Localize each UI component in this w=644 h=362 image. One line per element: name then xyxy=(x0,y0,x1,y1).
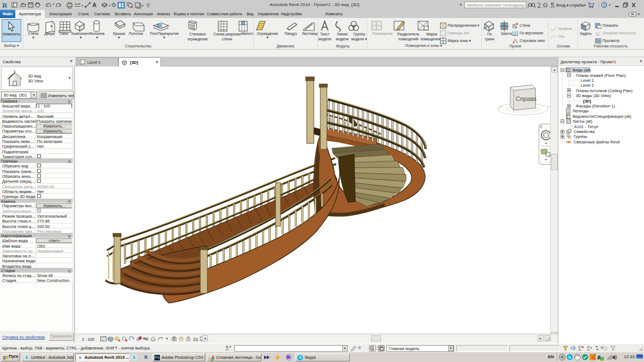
svg-text:?: ? xyxy=(603,3,606,8)
svg-text:A: A xyxy=(92,2,97,8)
svg-text:Справа: Справа xyxy=(516,95,537,102)
svg-text:Вход в службы: Вход в службы xyxy=(556,3,585,8)
svg-text:S: S xyxy=(568,355,571,360)
